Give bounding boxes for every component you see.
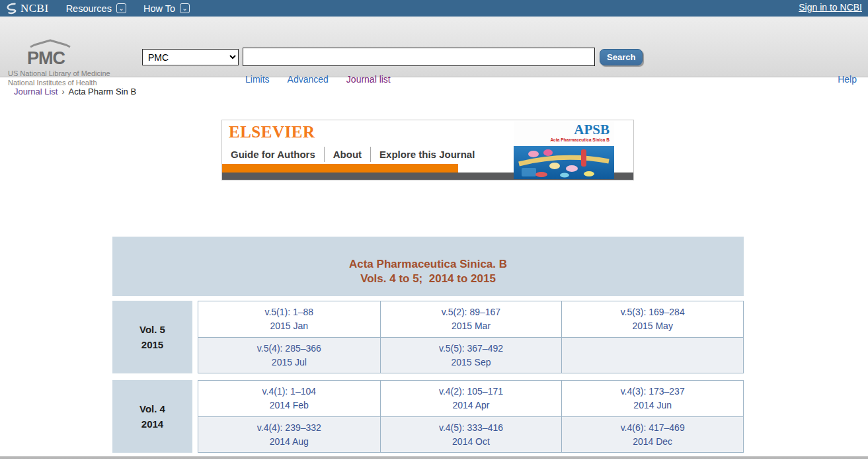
guide-for-authors-link[interactable]: Guide for Authors xyxy=(222,147,324,162)
issue-link[interactable]: v.5(5): 367–492 2015 Sep xyxy=(380,337,562,373)
journal-list-link[interactable]: Journal list xyxy=(346,74,391,85)
ncbi-wordmark: NCBI xyxy=(20,2,49,15)
chevron-down-icon: ⌄ xyxy=(180,3,190,13)
journal-title: Acta Pharmaceutica Sinica. B xyxy=(112,257,744,272)
how-to-label: How To xyxy=(143,3,175,14)
issue-link[interactable]: v.5(3): 169–284 2015 May xyxy=(561,301,743,337)
banner-menu: Guide for Authors About Explore this Jou… xyxy=(222,145,483,163)
pmc-logo[interactable]: PMC US National Library of Medicine Nati… xyxy=(8,38,134,87)
explore-journal-link[interactable]: Explore this Journal xyxy=(370,147,483,162)
banner-orange-bar xyxy=(222,164,458,173)
journal-cover[interactable]: APSB Acta Pharmaceutica Sinica B xyxy=(514,122,614,179)
ncbi-top-bar: NCBI Resources ⌄ How To ⌄ Sign in to NCB… xyxy=(0,0,868,17)
chevron-down-icon: ⌄ xyxy=(116,3,126,13)
cover-artwork-image xyxy=(514,146,614,179)
resources-menu[interactable]: Resources ⌄ xyxy=(66,3,126,14)
issue-link[interactable]: v.4(3): 173–237 2014 Jun xyxy=(561,381,743,416)
apsb-cover-subtitle: Acta Pharmaceutica Sinica B xyxy=(514,137,610,142)
issue-link[interactable]: v.4(6): 417–469 2014 Dec xyxy=(561,416,743,452)
issue-link[interactable]: v.4(5): 333–416 2014 Oct xyxy=(380,416,562,452)
sign-in-link[interactable]: Sign in to NCBI xyxy=(799,2,862,13)
breadcrumb-separator: › xyxy=(61,87,64,96)
volume-4-issue-grid: v.4(1): 1–104 2014 Feb v.4(2): 105–171 2… xyxy=(198,380,744,453)
elsevier-logo[interactable]: ELSEVIER xyxy=(229,123,315,141)
issue-link[interactable]: v.5(4): 285–366 2015 Jul xyxy=(198,337,380,373)
ncbi-dna-icon xyxy=(5,2,19,15)
pmc-journal-archive-page: NCBI Resources ⌄ How To ⌄ Sign in to NCB… xyxy=(0,0,868,462)
breadcrumb: Journal List › Acta Pharm Sin B xyxy=(14,87,136,96)
search-header: PMC US National Library of Medicine Nati… xyxy=(0,17,868,77)
apsb-cover-title: APSB xyxy=(514,122,610,137)
about-link[interactable]: About xyxy=(324,147,370,162)
issue-link[interactable]: v.5(1): 1–88 2015 Jan xyxy=(198,301,380,337)
empty-cell xyxy=(561,337,743,373)
ncbi-home-link[interactable]: NCBI xyxy=(5,2,49,15)
footer-divider xyxy=(0,456,868,459)
how-to-menu[interactable]: How To ⌄ xyxy=(143,3,190,14)
volume-year-text: 2015 xyxy=(141,337,163,352)
volume-label-text: Vol. 4 xyxy=(139,401,165,416)
resources-label: Resources xyxy=(66,3,112,14)
archive-title-block: Acta Pharmaceutica Sinica. B Vols. 4 to … xyxy=(112,237,744,296)
issue-link[interactable]: v.4(2): 105–171 2014 Apr xyxy=(380,381,562,416)
issue-link[interactable]: v.5(2): 89–167 2015 Mar xyxy=(380,301,562,337)
nih-line: National Institutes of Health xyxy=(8,78,134,87)
volume-4-label: Vol. 4 2014 xyxy=(112,380,192,453)
advanced-link[interactable]: Advanced xyxy=(288,74,329,85)
volume-5-label: Vol. 5 2015 xyxy=(112,301,192,373)
database-select[interactable]: PMC xyxy=(142,49,239,65)
breadcrumb-current: Acta Pharm Sin B xyxy=(68,87,136,96)
breadcrumb-journal-list-link[interactable]: Journal List xyxy=(14,87,58,96)
search-input[interactable] xyxy=(243,48,595,66)
help-link[interactable]: Help xyxy=(838,74,857,85)
pmc-wordmark: PMC xyxy=(27,50,134,67)
search-button[interactable]: Search xyxy=(600,49,643,65)
volume-range: Vols. 4 to 5; 2014 to 2015 xyxy=(112,272,744,286)
volume-year-text: 2014 xyxy=(141,416,163,432)
limits-link[interactable]: Limits xyxy=(245,74,270,85)
volume-5-issue-grid: v.5(1): 1–88 2015 Jan v.5(2): 89–167 201… xyxy=(198,301,744,373)
search-links-row: Limits Advanced Journal list xyxy=(245,74,391,85)
volume-label-text: Vol. 5 xyxy=(139,322,165,337)
issue-link[interactable]: v.4(1): 1–104 2014 Feb xyxy=(198,381,380,416)
nlm-line: US National Library of Medicine xyxy=(8,69,134,78)
issue-link[interactable]: v.4(4): 239–332 2014 Aug xyxy=(198,416,380,452)
journal-cover-header: APSB Acta Pharmaceutica Sinica B xyxy=(514,122,614,146)
publisher-banner: ELSEVIER Guide for Authors About Explore… xyxy=(221,120,634,180)
